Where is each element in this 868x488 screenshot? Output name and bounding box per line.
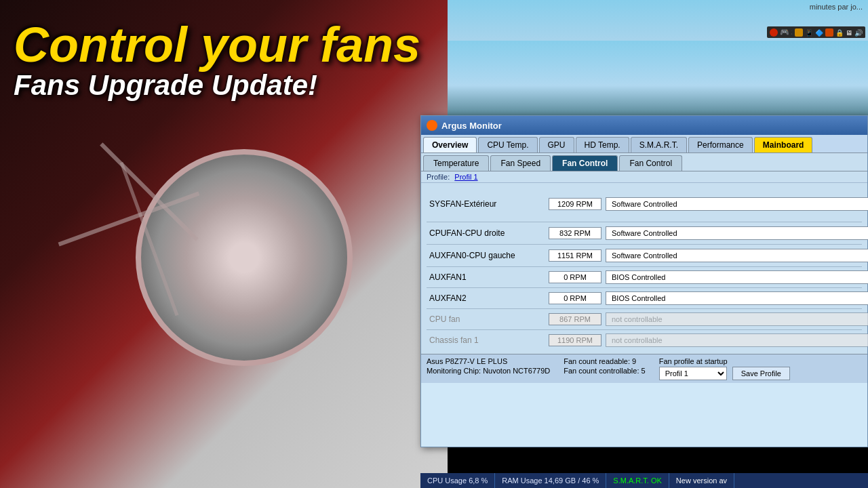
fan-name-chassis: Chassis fan 1 [429, 336, 545, 345]
fan-row-sysfan: SYSFAN-Extérieur Software Controlled BIO… [427, 186, 862, 222]
status-cpu: CPU Usage 6,8 % [420, 473, 495, 488]
tray-icon-small1: 📱 [805, 29, 813, 37]
monitoring-chip: Monitoring Chip: Nuvoton NCT6779D [427, 367, 550, 375]
tray-icon-red [770, 28, 778, 37]
fan-row-auxfan0: AUXFAN0-CPU gauche Software Controlled B… [427, 245, 862, 267]
fan-control-cpu-fan: not controllable [606, 312, 868, 326]
tab-performance[interactable]: Performance [688, 137, 753, 152]
argus-monitor-window: Argus Monitor Overview CPU Temp. GPU HD … [420, 115, 868, 447]
tray-icon-small4: 🖥 [846, 29, 852, 37]
motherboard-name: Asus P8Z77-V LE PLUS [427, 357, 550, 365]
fan-profile-label: Fan profile at startup [659, 357, 790, 365]
tab-overview[interactable]: Overview [423, 137, 477, 152]
tray-icon-orange [825, 28, 833, 37]
save-profile-button[interactable]: Save Profile [732, 367, 790, 380]
fan-name-cpu-fan: CPU fan [429, 314, 545, 324]
info-bar: Asus P8Z77-V LE PLUS Monitoring Chip: Nu… [421, 354, 867, 383]
fan-decoration [136, 149, 353, 366]
subtab-fan-control-2[interactable]: Fan Control [619, 155, 682, 171]
fan-control-auxfan2[interactable]: BIOS Controlled Software Controlled Manu… [606, 291, 868, 305]
fan-row-chassis: Chassis fan 1 not controllable [427, 330, 862, 350]
argus-icon [427, 120, 437, 131]
tray-icon-volume: 🔊 [854, 29, 863, 37]
status-smart: S.M.A.R.T. OK [606, 473, 669, 488]
subtab-fan-control-1[interactable]: Fan Control [552, 155, 618, 171]
fan-name-auxfan1: AUXFAN1 [429, 272, 545, 282]
tray-icon-game: 🎮 [780, 28, 789, 37]
info-col-right: Fan profile at startup Profil 1 Profil 2… [659, 357, 790, 380]
fan-control-cpufan[interactable]: Software Controlled BIOS Controlled Manu… [606, 226, 868, 240]
window-title: Argus Monitor [441, 121, 502, 131]
profile-name[interactable]: Profil 1 [454, 173, 477, 181]
sub-title: Fans Upgrade Update! [14, 69, 420, 102]
status-ram: RAM Usage 14,69 GB / 46 % [495, 473, 606, 488]
profile-label: Profile: [427, 173, 450, 181]
sky-background [448, 41, 868, 115]
profile-select-row: Profil 1 Profil 2 Save Profile [659, 367, 790, 380]
window-titlebar: Argus Monitor [421, 116, 867, 135]
status-new-version: New version av [669, 473, 734, 488]
fan-rpm-cpu-fan [549, 313, 601, 325]
fan-rpm-auxfan2[interactable] [549, 292, 601, 304]
fan-control-sysfan[interactable]: Software Controlled BIOS Controlled Manu… [606, 197, 868, 211]
tab-smart[interactable]: S.M.A.R.T. [631, 137, 687, 152]
fan-row-cpufan-disabled: CPU fan not controllable [427, 309, 862, 330]
fan-row-cpufan: CPUFAN-CPU droite Software Controlled BI… [427, 222, 862, 245]
subtab-temperature[interactable]: Temperature [423, 155, 489, 171]
fan-name-cpufan: CPUFAN-CPU droite [429, 228, 545, 238]
taskbar-minutes-text: minutes par jo... [810, 3, 863, 11]
tab-hd-temp[interactable]: HD Temp. [576, 137, 629, 152]
fan-row-auxfan1: AUXFAN1 BIOS Controlled Software Control… [427, 267, 862, 288]
info-col-left: Asus P8Z77-V LE PLUS Monitoring Chip: Nu… [427, 357, 550, 380]
title-overlay: Control your fans Fans Upgrade Update! [14, 20, 420, 102]
tray-icon-small2: 🔷 [815, 29, 823, 37]
fan-control-chassis: not controllable [606, 333, 868, 347]
fan-count-controllable: Fan count controllable: 5 [564, 367, 645, 375]
tab-mainboard[interactable]: Mainboard [754, 137, 813, 152]
taskbar-area: minutes par jo... 🎮 39 30 34 🎤 🛡 🖥 📋 📱 🔷… [448, 0, 868, 41]
sub-tab-bar: Temperature Fan Speed Fan Control Fan Co… [421, 153, 867, 171]
fan-control-content: SYSFAN-Extérieur Software Controlled BIO… [421, 183, 867, 354]
status-bar: CPU Usage 6,8 % RAM Usage 14,69 GB / 46 … [420, 473, 868, 488]
fan-control-auxfan0[interactable]: Software Controlled BIOS Controlled Manu… [606, 249, 868, 262]
profile-dropdown[interactable]: Profil 1 Profil 2 [659, 367, 727, 380]
fan-name-sysfan: SYSFAN-Extérieur [429, 199, 545, 209]
fan-count-readable: Fan count readable: 9 [564, 357, 645, 365]
fan-rpm-auxfan1[interactable] [549, 271, 601, 283]
fan-rpm-sysfan[interactable] [549, 198, 601, 210]
fan-rpm-auxfan0[interactable] [549, 249, 601, 262]
tab-cpu-temp[interactable]: CPU Temp. [478, 137, 537, 152]
subtab-fan-speed[interactable]: Fan Speed [490, 155, 551, 171]
info-col-mid: Fan count readable: 9 Fan count controll… [564, 357, 645, 380]
fan-row-auxfan2: AUXFAN2 BIOS Controlled Software Control… [427, 288, 862, 309]
tab-gpu[interactable]: GPU [539, 137, 574, 152]
fan-name-auxfan0: AUXFAN0-CPU gauche [429, 251, 545, 260]
profile-bar: Profile: Profil 1 [421, 171, 867, 183]
fan-rpm-cpufan[interactable] [549, 227, 601, 239]
tray-icon-yellow [795, 28, 803, 37]
fan-control-auxfan1[interactable]: BIOS Controlled Software Controlled Manu… [606, 270, 868, 284]
fan-rpm-chassis [549, 334, 601, 346]
fan-name-auxfan2: AUXFAN2 [429, 293, 545, 303]
tray-icon-small3: 🔒 [835, 29, 844, 37]
main-tab-bar: Overview CPU Temp. GPU HD Temp. S.M.A.R.… [421, 135, 867, 153]
main-title: Control your fans [14, 20, 420, 69]
